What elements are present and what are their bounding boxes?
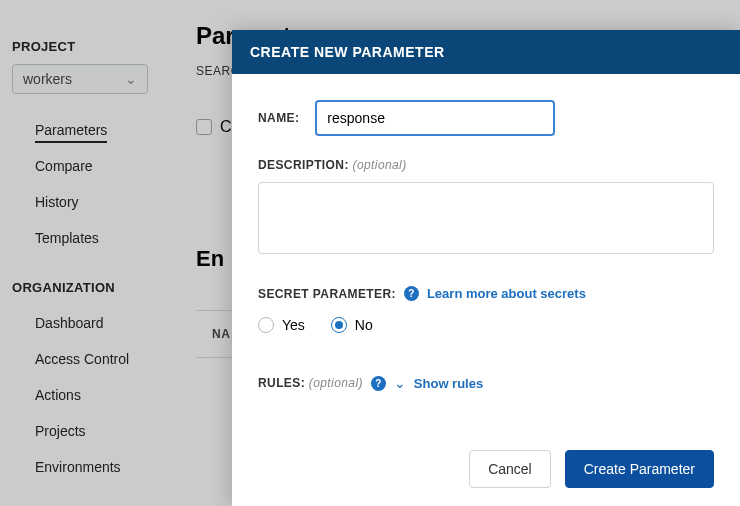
create-parameter-button[interactable]: Create Parameter bbox=[565, 450, 714, 488]
description-field-label: DESCRIPTION: (optional) bbox=[258, 158, 714, 172]
chevron-down-icon: ⌄ bbox=[394, 375, 406, 391]
rules-field-label: RULES: (optional) bbox=[258, 376, 363, 390]
help-icon[interactable]: ? bbox=[404, 286, 419, 301]
show-rules-link[interactable]: Show rules bbox=[414, 376, 483, 391]
modal-title: CREATE NEW PARAMETER bbox=[232, 30, 740, 74]
help-icon[interactable]: ? bbox=[371, 376, 386, 391]
secret-radio-no[interactable]: No bbox=[331, 317, 373, 333]
description-input[interactable] bbox=[258, 182, 714, 254]
radio-icon bbox=[331, 317, 347, 333]
radio-icon bbox=[258, 317, 274, 333]
learn-more-link[interactable]: Learn more about secrets bbox=[427, 286, 586, 301]
secret-field-label: SECRET PARAMETER: bbox=[258, 287, 396, 301]
name-field-label: NAME: bbox=[258, 111, 299, 125]
secret-radio-yes[interactable]: Yes bbox=[258, 317, 305, 333]
name-input[interactable] bbox=[315, 100, 555, 136]
create-parameter-modal: CREATE NEW PARAMETER NAME: DESCRIPTION: … bbox=[232, 30, 740, 506]
cancel-button[interactable]: Cancel bbox=[469, 450, 551, 488]
